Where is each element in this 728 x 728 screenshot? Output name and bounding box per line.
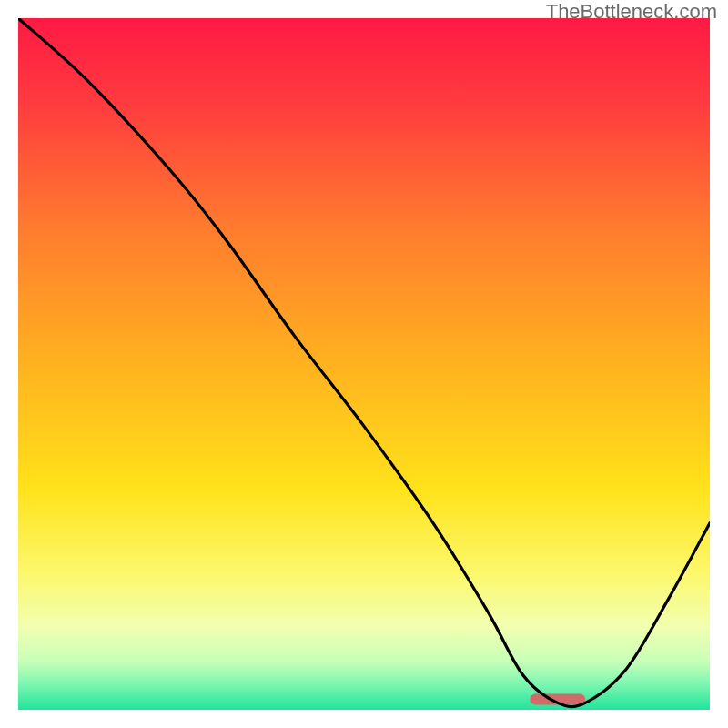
chart-svg [18,18,710,710]
gradient-background [18,18,710,710]
chart-container: TheBottleneck.com [0,0,728,728]
watermark-text: TheBottleneck.com [546,0,717,24]
plot-area [18,18,710,710]
